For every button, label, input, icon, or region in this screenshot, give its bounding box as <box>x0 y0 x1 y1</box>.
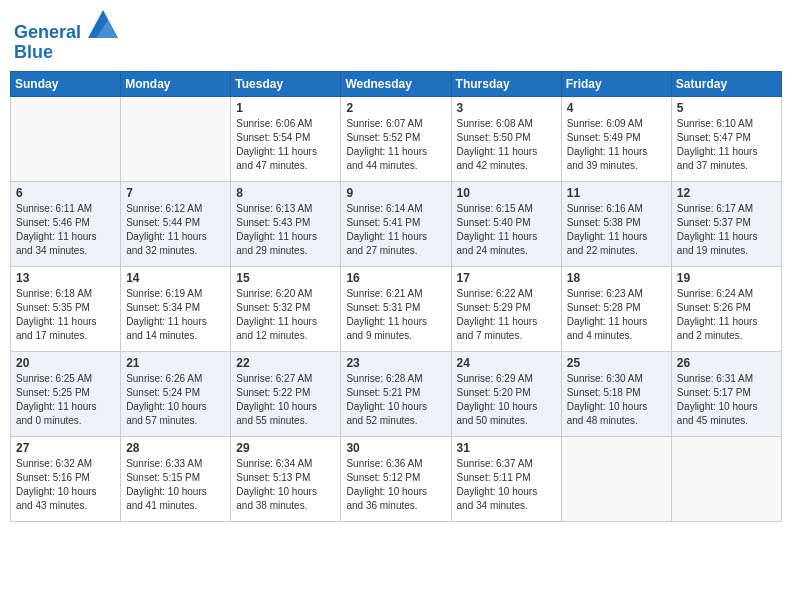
day-info: Sunrise: 6:09 AM Sunset: 5:49 PM Dayligh… <box>567 117 666 173</box>
day-info: Sunrise: 6:30 AM Sunset: 5:18 PM Dayligh… <box>567 372 666 428</box>
day-cell: 9 Sunrise: 6:14 AM Sunset: 5:41 PM Dayli… <box>341 181 451 266</box>
day-cell <box>121 96 231 181</box>
day-cell: 8 Sunrise: 6:13 AM Sunset: 5:43 PM Dayli… <box>231 181 341 266</box>
day-cell: 4 Sunrise: 6:09 AM Sunset: 5:49 PM Dayli… <box>561 96 671 181</box>
day-number: 30 <box>346 441 445 455</box>
header-row: SundayMondayTuesdayWednesdayThursdayFrid… <box>11 71 782 96</box>
day-info: Sunrise: 6:19 AM Sunset: 5:34 PM Dayligh… <box>126 287 225 343</box>
day-cell: 24 Sunrise: 6:29 AM Sunset: 5:20 PM Dayl… <box>451 351 561 436</box>
day-cell: 12 Sunrise: 6:17 AM Sunset: 5:37 PM Dayl… <box>671 181 781 266</box>
day-number: 15 <box>236 271 335 285</box>
col-header-sunday: Sunday <box>11 71 121 96</box>
day-cell: 19 Sunrise: 6:24 AM Sunset: 5:26 PM Dayl… <box>671 266 781 351</box>
day-cell: 27 Sunrise: 6:32 AM Sunset: 5:16 PM Dayl… <box>11 436 121 521</box>
week-row-1: 1 Sunrise: 6:06 AM Sunset: 5:54 PM Dayli… <box>11 96 782 181</box>
day-cell: 31 Sunrise: 6:37 AM Sunset: 5:11 PM Dayl… <box>451 436 561 521</box>
day-number: 3 <box>457 101 556 115</box>
day-number: 25 <box>567 356 666 370</box>
day-info: Sunrise: 6:17 AM Sunset: 5:37 PM Dayligh… <box>677 202 776 258</box>
week-row-4: 20 Sunrise: 6:25 AM Sunset: 5:25 PM Dayl… <box>11 351 782 436</box>
day-cell: 22 Sunrise: 6:27 AM Sunset: 5:22 PM Dayl… <box>231 351 341 436</box>
day-info: Sunrise: 6:37 AM Sunset: 5:11 PM Dayligh… <box>457 457 556 513</box>
week-row-3: 13 Sunrise: 6:18 AM Sunset: 5:35 PM Dayl… <box>11 266 782 351</box>
day-info: Sunrise: 6:15 AM Sunset: 5:40 PM Dayligh… <box>457 202 556 258</box>
col-header-saturday: Saturday <box>671 71 781 96</box>
day-number: 11 <box>567 186 666 200</box>
day-cell <box>11 96 121 181</box>
week-row-5: 27 Sunrise: 6:32 AM Sunset: 5:16 PM Dayl… <box>11 436 782 521</box>
day-cell: 25 Sunrise: 6:30 AM Sunset: 5:18 PM Dayl… <box>561 351 671 436</box>
logo-icon <box>88 10 118 38</box>
day-cell: 29 Sunrise: 6:34 AM Sunset: 5:13 PM Dayl… <box>231 436 341 521</box>
day-number: 13 <box>16 271 115 285</box>
day-number: 16 <box>346 271 445 285</box>
day-info: Sunrise: 6:12 AM Sunset: 5:44 PM Dayligh… <box>126 202 225 258</box>
day-number: 18 <box>567 271 666 285</box>
day-number: 6 <box>16 186 115 200</box>
col-header-monday: Monday <box>121 71 231 96</box>
day-number: 22 <box>236 356 335 370</box>
day-number: 27 <box>16 441 115 455</box>
day-cell: 5 Sunrise: 6:10 AM Sunset: 5:47 PM Dayli… <box>671 96 781 181</box>
day-number: 10 <box>457 186 556 200</box>
day-number: 17 <box>457 271 556 285</box>
day-number: 20 <box>16 356 115 370</box>
day-info: Sunrise: 6:10 AM Sunset: 5:47 PM Dayligh… <box>677 117 776 173</box>
day-cell: 16 Sunrise: 6:21 AM Sunset: 5:31 PM Dayl… <box>341 266 451 351</box>
day-number: 8 <box>236 186 335 200</box>
day-number: 4 <box>567 101 666 115</box>
day-info: Sunrise: 6:34 AM Sunset: 5:13 PM Dayligh… <box>236 457 335 513</box>
day-number: 19 <box>677 271 776 285</box>
day-info: Sunrise: 6:07 AM Sunset: 5:52 PM Dayligh… <box>346 117 445 173</box>
week-row-2: 6 Sunrise: 6:11 AM Sunset: 5:46 PM Dayli… <box>11 181 782 266</box>
day-info: Sunrise: 6:20 AM Sunset: 5:32 PM Dayligh… <box>236 287 335 343</box>
day-info: Sunrise: 6:36 AM Sunset: 5:12 PM Dayligh… <box>346 457 445 513</box>
day-cell: 17 Sunrise: 6:22 AM Sunset: 5:29 PM Dayl… <box>451 266 561 351</box>
day-number: 29 <box>236 441 335 455</box>
day-number: 23 <box>346 356 445 370</box>
day-cell: 14 Sunrise: 6:19 AM Sunset: 5:34 PM Dayl… <box>121 266 231 351</box>
day-info: Sunrise: 6:32 AM Sunset: 5:16 PM Dayligh… <box>16 457 115 513</box>
day-cell: 2 Sunrise: 6:07 AM Sunset: 5:52 PM Dayli… <box>341 96 451 181</box>
day-cell <box>671 436 781 521</box>
day-info: Sunrise: 6:26 AM Sunset: 5:24 PM Dayligh… <box>126 372 225 428</box>
logo-general: General <box>14 22 81 42</box>
day-cell: 30 Sunrise: 6:36 AM Sunset: 5:12 PM Dayl… <box>341 436 451 521</box>
day-number: 24 <box>457 356 556 370</box>
day-info: Sunrise: 6:14 AM Sunset: 5:41 PM Dayligh… <box>346 202 445 258</box>
day-number: 14 <box>126 271 225 285</box>
day-info: Sunrise: 6:22 AM Sunset: 5:29 PM Dayligh… <box>457 287 556 343</box>
day-cell: 23 Sunrise: 6:28 AM Sunset: 5:21 PM Dayl… <box>341 351 451 436</box>
col-header-tuesday: Tuesday <box>231 71 341 96</box>
day-cell: 10 Sunrise: 6:15 AM Sunset: 5:40 PM Dayl… <box>451 181 561 266</box>
day-info: Sunrise: 6:27 AM Sunset: 5:22 PM Dayligh… <box>236 372 335 428</box>
day-number: 9 <box>346 186 445 200</box>
logo-blue: Blue <box>14 43 118 63</box>
day-info: Sunrise: 6:21 AM Sunset: 5:31 PM Dayligh… <box>346 287 445 343</box>
page-header: General Blue <box>10 10 782 63</box>
logo: General Blue <box>14 10 118 63</box>
day-number: 7 <box>126 186 225 200</box>
day-info: Sunrise: 6:25 AM Sunset: 5:25 PM Dayligh… <box>16 372 115 428</box>
day-cell: 7 Sunrise: 6:12 AM Sunset: 5:44 PM Dayli… <box>121 181 231 266</box>
day-number: 12 <box>677 186 776 200</box>
day-info: Sunrise: 6:33 AM Sunset: 5:15 PM Dayligh… <box>126 457 225 513</box>
day-cell: 1 Sunrise: 6:06 AM Sunset: 5:54 PM Dayli… <box>231 96 341 181</box>
day-info: Sunrise: 6:08 AM Sunset: 5:50 PM Dayligh… <box>457 117 556 173</box>
day-number: 26 <box>677 356 776 370</box>
day-info: Sunrise: 6:23 AM Sunset: 5:28 PM Dayligh… <box>567 287 666 343</box>
day-info: Sunrise: 6:06 AM Sunset: 5:54 PM Dayligh… <box>236 117 335 173</box>
day-number: 28 <box>126 441 225 455</box>
day-number: 5 <box>677 101 776 115</box>
logo-text: General <box>14 10 118 43</box>
day-cell: 21 Sunrise: 6:26 AM Sunset: 5:24 PM Dayl… <box>121 351 231 436</box>
calendar-table: SundayMondayTuesdayWednesdayThursdayFrid… <box>10 71 782 522</box>
col-header-friday: Friday <box>561 71 671 96</box>
day-number: 1 <box>236 101 335 115</box>
day-number: 31 <box>457 441 556 455</box>
day-cell: 13 Sunrise: 6:18 AM Sunset: 5:35 PM Dayl… <box>11 266 121 351</box>
day-info: Sunrise: 6:24 AM Sunset: 5:26 PM Dayligh… <box>677 287 776 343</box>
day-number: 2 <box>346 101 445 115</box>
day-info: Sunrise: 6:16 AM Sunset: 5:38 PM Dayligh… <box>567 202 666 258</box>
day-cell: 26 Sunrise: 6:31 AM Sunset: 5:17 PM Dayl… <box>671 351 781 436</box>
